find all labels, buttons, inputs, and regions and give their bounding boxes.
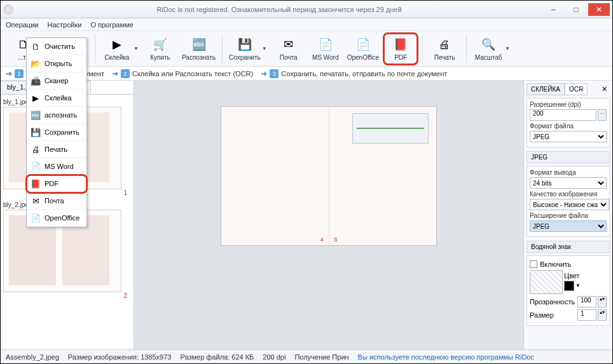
dropdown-arrow-icon[interactable]: ▼	[505, 46, 511, 51]
ocr-icon: 🔤	[31, 110, 41, 120]
document-viewer[interactable]: 4 5	[134, 81, 523, 349]
dropdown-arrow-icon[interactable]: ▼	[575, 283, 581, 288]
dpi-group: Разрешение (dpi) 200… Формат файла JPEG	[527, 98, 610, 147]
watermark-preview[interactable]	[530, 270, 563, 294]
hint-text: Склейка или Распознать текст (OCR)	[132, 70, 253, 78]
ocr-icon: 🔤	[191, 36, 207, 53]
document-stamp	[352, 113, 429, 144]
menu-item-openoffice[interactable]: 📄OpenOffice	[27, 210, 86, 227]
status-version-link[interactable]: Вы используете последнюю версию программ…	[358, 353, 534, 361]
word-icon: 📄	[317, 36, 334, 53]
pdf-icon: 📕	[31, 179, 41, 189]
ribbon-zoom[interactable]: 🔍Масштаб	[471, 32, 506, 65]
size-input[interactable]: 1	[577, 309, 596, 321]
tab-ocr-props[interactable]: OCR	[565, 83, 588, 95]
ribbon-print[interactable]: 🖨Печать	[427, 32, 462, 65]
zoom-icon: 🔍	[480, 36, 497, 53]
menu-item-open[interactable]: 📂Открыть	[27, 55, 86, 72]
page-left: 4	[221, 107, 329, 245]
stitch-icon: ▶	[31, 93, 41, 103]
menu-item-save[interactable]: 💾Сохранить	[27, 124, 86, 141]
word-icon: 📄	[31, 161, 41, 172]
arrow-icon: ➔	[6, 69, 12, 78]
properties-panel: СКЛЕЙКА OCR ✕ Разрешение (dpi) 200… Форм…	[523, 81, 612, 349]
quality-select[interactable]: Высокое - Низкое сжа	[530, 199, 609, 210]
minimize-button[interactable]: –	[542, 3, 564, 16]
page-icon: 🗋	[31, 41, 41, 51]
opacity-input[interactable]: 100	[577, 296, 596, 307]
tab-stitch-props[interactable]: СКЛЕЙКА	[527, 83, 565, 95]
ribbon-openoffice[interactable]: 📄OpenOffice	[345, 32, 382, 65]
print-icon: 🖨	[436, 36, 453, 53]
status-recv: Получение Прин	[294, 353, 348, 361]
arrow-icon: ➔	[112, 69, 118, 78]
ribbon-stitch[interactable]: ▶Склейка	[99, 32, 135, 65]
checkbox-icon	[530, 260, 537, 268]
operations-dropdown: 🗋Очистить 📂Открыть 📠Сканер ▶Склейка 🔤асп…	[26, 37, 87, 227]
print-icon: 🖨	[31, 144, 41, 154]
document-page: 4 5	[221, 106, 437, 246]
menu-item-clear[interactable]: 🗋Очистить	[27, 38, 86, 55]
menu-item-mail[interactable]: ✉Почта	[27, 192, 86, 210]
color-label: Цвет	[564, 272, 581, 280]
menu-item-print[interactable]: 🖨Печать	[27, 141, 86, 158]
ribbon-buy[interactable]: 🛒Купить	[142, 32, 178, 65]
menubar: Операции Настройки О программе	[1, 18, 612, 31]
ribbon-mail[interactable]: ✉Почта	[271, 32, 306, 65]
menu-operations[interactable]: Операции	[3, 20, 41, 30]
panel-close-icon[interactable]: ✕	[599, 85, 610, 93]
watermark-section[interactable]: Водяной знак	[527, 241, 610, 253]
pdf-icon: 📕	[392, 36, 409, 53]
status-bar: Assembly_2.jpeg Размер изображения: 1385…	[1, 349, 612, 363]
output-label: Формат вывода	[530, 169, 607, 176]
watermark-group: Включить Цвет ▼ Прозрачность100▴▾ Размер…	[527, 255, 610, 326]
dpi-picker[interactable]: …	[598, 109, 607, 121]
dropdown-arrow-icon[interactable]: ▼	[134, 46, 140, 51]
ribbon-pdf[interactable]: 📕PDF	[383, 32, 418, 65]
thumbnail-number: 2	[3, 292, 131, 299]
opacity-label: Прозрачность	[530, 298, 576, 306]
dropdown-arrow-icon[interactable]: ▼	[262, 46, 268, 51]
opacity-spinner[interactable]: ▴▾	[598, 296, 607, 307]
format-select[interactable]: JPEG	[530, 131, 607, 142]
color-swatch[interactable]	[564, 281, 574, 291]
jpeg-group: Формат вывода 24 bits Качество изображен…	[527, 166, 610, 237]
menu-settings[interactable]: Настройки	[45, 20, 84, 30]
ext-select[interactable]: JPEG	[530, 220, 607, 232]
watermark-enable[interactable]: Включить	[530, 260, 607, 268]
quality-label: Качество изображения	[530, 191, 607, 198]
menu-item-pdf[interactable]: 📕PDF	[27, 175, 86, 192]
save-icon: 💾	[237, 36, 253, 53]
folder-icon: 📂	[31, 58, 41, 69]
save-icon: 💾	[31, 127, 41, 137]
step-badge: 1	[15, 69, 24, 78]
step-badge: 3	[270, 69, 279, 78]
workspace: bly_1.jpeg Результат bly_1.jpeg 1 bly_2.…	[1, 81, 612, 349]
window-title: RiDoc is not registered. Ознакомительный…	[17, 6, 541, 13]
close-button[interactable]: ✕	[588, 3, 610, 16]
size-spinner[interactable]: ▴▾	[598, 309, 607, 321]
menu-about[interactable]: О программе	[88, 20, 135, 30]
scanner-icon: 📠	[31, 76, 41, 86]
format-label: Формат файла	[530, 123, 607, 130]
status-filename: Assembly_2.jpeg	[6, 353, 59, 361]
menu-item-scanner[interactable]: 📠Сканер	[27, 72, 86, 90]
titlebar: RiDoc is not registered. Ознакомительный…	[1, 1, 612, 18]
status-filesize: Размер файла: 624 КБ	[180, 353, 254, 361]
status-imgsize: Размер изображения: 1385x973	[68, 353, 172, 361]
menu-item-recognize[interactable]: 🔤аспознать	[27, 107, 86, 124]
maximize-button[interactable]: □	[565, 3, 587, 16]
separator	[95, 35, 95, 63]
menu-item-stitch[interactable]: ▶Склейка	[27, 90, 86, 107]
menu-item-msword[interactable]: 📄MS Word	[27, 158, 86, 175]
jpeg-section[interactable]: JPEG	[527, 151, 610, 163]
dpi-input[interactable]: 200	[530, 109, 596, 121]
openoffice-icon: 📄	[31, 213, 41, 223]
ribbon-ocr[interactable]: 🔤Распознать	[179, 32, 218, 65]
ext-label: Расширение файла	[530, 212, 607, 219]
output-select[interactable]: 24 bits	[530, 177, 607, 189]
ribbon-msword[interactable]: 📄MS Word	[308, 32, 343, 65]
arrow-icon: ➔	[261, 69, 267, 78]
ribbon-save[interactable]: 💾Сохранить	[226, 32, 263, 65]
page-right: 5	[329, 107, 437, 245]
